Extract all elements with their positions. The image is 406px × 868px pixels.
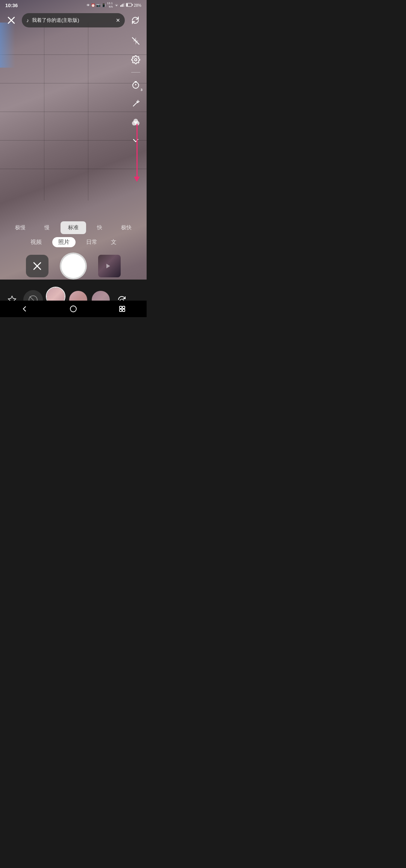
speed-slow[interactable]: 慢	[34, 221, 59, 234]
mode-selector: 视频 照片 日常 文	[0, 237, 147, 247]
music-title: 我着了你的道(主歌版)	[32, 17, 113, 24]
cancel-capture-button[interactable]	[26, 255, 48, 277]
svg-rect-32	[120, 306, 122, 308]
speed-selector: 极慢 慢 标准 快 极快	[0, 221, 147, 234]
arrow-head	[134, 177, 140, 182]
arrow-line	[136, 124, 138, 177]
eye-icon: 👁	[86, 3, 90, 7]
camera-background-texture	[0, 23, 147, 201]
vibrate-icon: 📳	[102, 3, 106, 7]
music-close-button[interactable]: ✕	[116, 17, 120, 23]
recents-button[interactable]	[114, 301, 130, 317]
music-pill[interactable]: ♪ 我着了你的道(主歌版) ✕	[22, 13, 125, 27]
svg-point-11	[135, 59, 137, 61]
nav-bar	[0, 301, 147, 317]
toolbar-divider	[131, 72, 140, 73]
home-button[interactable]	[65, 301, 82, 317]
status-time: 10:36	[5, 3, 18, 8]
bottom-controls: 极慢 慢 标准 快 极快 视频 照片 日常 文	[0, 221, 147, 280]
timer-button[interactable]: 3	[129, 78, 143, 92]
gallery-thumbnail[interactable]	[98, 255, 121, 277]
svg-rect-0	[120, 5, 121, 7]
speed-very-slow[interactable]: 极慢	[8, 221, 33, 234]
svg-rect-35	[123, 309, 125, 312]
svg-point-23	[133, 119, 138, 123]
svg-rect-33	[123, 306, 125, 308]
top-bar: ♪ 我着了你的道(主歌版) ✕	[0, 11, 147, 30]
music-note-icon: ♪	[26, 17, 29, 23]
signal-icon	[120, 3, 125, 8]
back-button[interactable]	[16, 301, 33, 317]
magic-wand-button[interactable]: ✦	[129, 97, 143, 111]
svg-line-15	[133, 103, 137, 106]
network-speed: 13.1 k/s	[107, 2, 113, 9]
svg-rect-5	[132, 4, 133, 6]
refresh-button[interactable]	[129, 14, 142, 27]
alarm-icon: ⏰	[91, 3, 95, 7]
status-bar: 10:36 👁 ⏰ 📷 📳 13.1 k/s 28%	[0, 0, 147, 11]
mode-text[interactable]: 文	[108, 237, 120, 247]
mode-photo[interactable]: 照片	[52, 237, 76, 247]
close-button[interactable]	[5, 14, 18, 27]
speed-fast[interactable]: 快	[87, 221, 112, 234]
timer-badge: 3	[141, 88, 142, 92]
mode-video[interactable]: 视频	[27, 237, 45, 247]
svg-point-31	[70, 306, 76, 312]
speed-normal[interactable]: 标准	[61, 221, 86, 234]
svg-text:✦: ✦	[137, 101, 139, 103]
status-icons: 👁 ⏰ 📷 📳 13.1 k/s 28%	[86, 2, 141, 9]
svg-rect-2	[123, 4, 123, 7]
flash-off-button[interactable]	[129, 34, 143, 48]
battery-icon	[126, 3, 133, 8]
svg-rect-6	[126, 4, 128, 6]
svg-rect-1	[121, 5, 122, 7]
pink-arrow-indicator	[134, 124, 140, 182]
svg-rect-3	[124, 3, 124, 7]
shutter-inner	[62, 255, 85, 277]
speed-very-fast[interactable]: 极快	[114, 221, 139, 234]
shutter-row	[0, 253, 147, 280]
mode-daily[interactable]: 日常	[83, 237, 100, 247]
wifi-icon	[114, 3, 119, 8]
shutter-button[interactable]	[60, 253, 87, 280]
battery-percent: 28%	[134, 3, 141, 8]
settings-button[interactable]	[129, 53, 143, 67]
camera-icon: 📷	[96, 3, 100, 7]
gallery-thumb-preview	[98, 255, 121, 277]
svg-rect-34	[120, 309, 122, 312]
